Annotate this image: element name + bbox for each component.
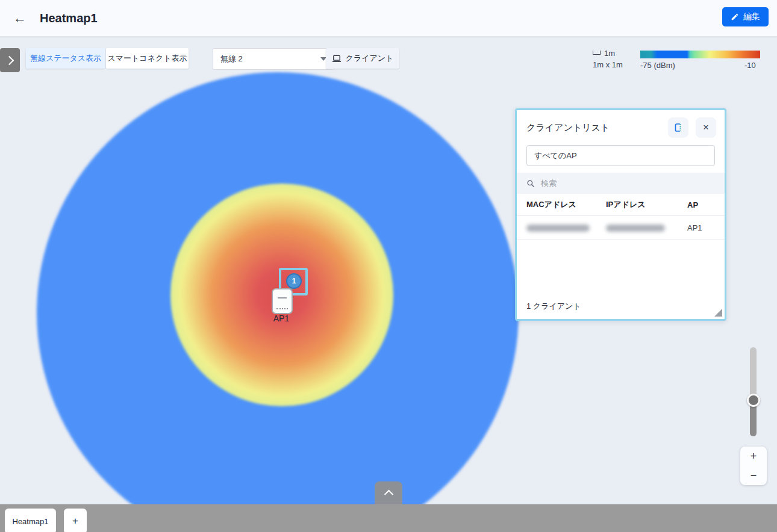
gradient-max-label: -10 (744, 61, 756, 70)
client-table-header: MACアドレス IPアドレス AP (517, 194, 725, 216)
client-count-badge[interactable]: 1 (286, 273, 302, 289)
zoom-slider-track[interactable] (750, 347, 757, 436)
zoom-slider-thumb[interactable] (747, 394, 760, 407)
collapse-bottom-bar-button[interactable] (375, 481, 402, 504)
client-ap-value: AP1 (687, 223, 715, 232)
client-list-header: クライアントリスト × (517, 110, 725, 144)
wireless-status-toggle[interactable]: 無線ステータス表示 (26, 48, 105, 69)
edit-button[interactable]: 編集 (722, 7, 769, 26)
client-list-title: クライアントリスト (526, 122, 661, 134)
page-title: Heatmap1 (40, 11, 98, 25)
signal-strength-gradient-bar (640, 51, 760, 58)
laptop-icon (332, 55, 342, 63)
zoom-out-button[interactable]: − (740, 466, 767, 485)
band-select-value: 無線 2 (220, 54, 243, 64)
scale-bracket-icon (593, 51, 601, 55)
ap-name-label: AP1 (260, 314, 302, 323)
client-table-row[interactable]: AP1 (517, 216, 725, 240)
floor-tab-heatmap1[interactable]: Heatmap1 (5, 509, 56, 532)
client-toggle-label: クライアント (346, 53, 394, 64)
chevron-up-icon (384, 490, 393, 500)
column-header-ap: AP (687, 200, 715, 209)
smart-connect-toggle[interactable]: スマートコネクト表示 (106, 48, 189, 69)
client-search-bar (517, 173, 725, 194)
client-ip-blurred (606, 224, 687, 232)
client-list-panel: クライアントリスト × すべてのAP MACアドレス IPアドレス (515, 108, 726, 321)
client-count-footer: 1 クライアント (526, 301, 581, 312)
column-header-mac: MACアドレス (526, 199, 606, 210)
panel-resize-handle[interactable] (714, 309, 722, 317)
blurred-ip-value (606, 224, 665, 232)
edit-button-label: 編集 (743, 11, 760, 22)
grid-size-label: 1m x 1m (593, 60, 623, 69)
heatmap-app: 1 AP1 ← Heatmap1 編集 無線ステータス表示 スマートコネクト表示… (0, 0, 777, 532)
scale-value: 1m (604, 49, 615, 58)
chevron-right-icon (4, 55, 14, 65)
column-header-ip: IPアドレス (606, 199, 687, 210)
dock-panel-button[interactable] (668, 117, 688, 138)
search-icon (526, 179, 535, 188)
pencil-icon (731, 13, 739, 21)
top-header: ← Heatmap1 編集 (0, 0, 777, 37)
map-scale-legend: 1m 1m x 1m (593, 48, 623, 69)
access-point-icon[interactable] (272, 288, 293, 314)
ap-filter-dropdown[interactable]: すべてのAP (526, 145, 715, 166)
add-floor-tab-button[interactable]: + (64, 509, 87, 532)
ap-icon-line (278, 297, 287, 298)
floor-tab-bar: Heatmap1 + (0, 504, 777, 532)
zoom-button-panel: + − (740, 447, 767, 485)
dock-panel-icon (673, 122, 684, 133)
expand-sidebar-tab[interactable] (0, 48, 20, 72)
client-mac-blurred (526, 224, 606, 232)
zoom-in-button[interactable]: + (740, 447, 767, 466)
close-panel-button[interactable]: × (696, 117, 716, 138)
band-select-dropdown[interactable]: 無線 2 (213, 48, 334, 70)
client-search-input[interactable] (540, 178, 693, 188)
ap-filter-value: すべてのAP (534, 150, 577, 161)
back-arrow-icon[interactable]: ← (13, 0, 27, 36)
ap-icon-dots (276, 308, 288, 309)
gradient-min-label: -75 (dBm) (640, 61, 675, 70)
client-toggle-button[interactable]: クライアント (326, 48, 399, 69)
blurred-mac-value (526, 224, 590, 232)
close-icon: × (703, 122, 709, 134)
